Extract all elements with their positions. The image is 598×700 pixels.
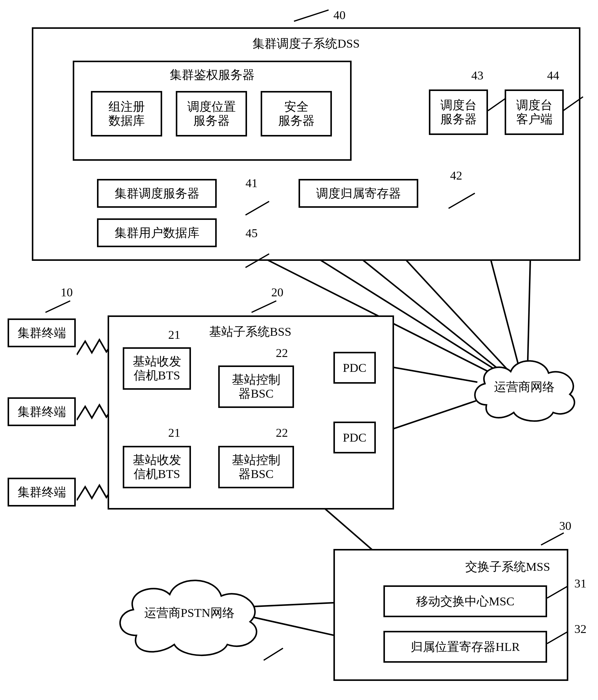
pstn-label: 运营商PSTN网络	[112, 569, 267, 657]
dispatch-home-register-label: 调度归属寄存器	[300, 180, 417, 206]
msc-box: 移动交换中心MSC	[383, 585, 547, 617]
mss-container: 交换子系统MSS 移动交换中心MSC 归属位置寄存器HLR	[333, 549, 568, 681]
cluster-dispatch-server-label: 集群调度服务器	[99, 180, 215, 206]
cluster-user-db: 集群用户数据库	[97, 218, 217, 247]
hlr-label: 归属位置寄存器HLR	[385, 632, 546, 661]
ref-31: 31	[574, 576, 587, 591]
dispatch-server-label: 调度台 服务器	[431, 91, 487, 133]
terminal-3-label: 集群终端	[9, 479, 74, 505]
security-server-label: 安全 服务器	[262, 93, 330, 135]
bsc-1: 基站控制 器BSC	[218, 366, 294, 408]
pdc-2: PDC	[333, 422, 376, 453]
bsc-1-label: 基站控制 器BSC	[220, 367, 292, 406]
terminal-1: 集群终端	[7, 319, 76, 347]
security-server: 安全 服务器	[261, 91, 332, 136]
diagram-canvas: 40 集群调度子系统DSS 集群鉴权服务器 组注册 数据库 调度位置 服务器 安…	[0, 0, 598, 700]
ref-21a: 21	[168, 328, 180, 342]
ref-21b: 21	[168, 426, 180, 440]
pdc-2-label: PDC	[335, 423, 374, 452]
group-reg-db-label: 组注册 数据库	[93, 93, 161, 135]
terminal-2: 集群终端	[7, 397, 76, 426]
dispatch-home-register: 调度归属寄存器	[298, 179, 418, 208]
operator-network-cloud: 运营商网络	[468, 350, 580, 423]
ref-10: 10	[61, 285, 73, 300]
ref-40: 40	[333, 8, 345, 22]
operator-network-label: 运营商网络	[468, 350, 580, 423]
bss-title: 基站子系统BSS	[209, 325, 291, 339]
mss-title: 交换子系统MSS	[465, 559, 550, 574]
bss-container: 基站子系统BSS 基站收发 信机BTS 21 基站控制 器BSC 22 PDC …	[108, 316, 394, 509]
dispatch-loc-server-label: 调度位置 服务器	[177, 93, 245, 135]
bsc-2: 基站控制 器BSC	[218, 446, 294, 488]
ref-30: 30	[559, 519, 571, 533]
ref-20: 20	[271, 285, 283, 300]
dispatch-loc-server: 调度位置 服务器	[176, 91, 247, 136]
ref-43: 43	[471, 68, 484, 83]
dss-title: 集群调度子系统DSS	[33, 36, 579, 51]
terminal-2-label: 集群终端	[9, 399, 74, 425]
bts-2: 基站收发 信机BTS	[123, 446, 191, 488]
pstn-cloud: 运营商PSTN网络	[112, 569, 267, 657]
bts-1-label: 基站收发 信机BTS	[124, 349, 189, 388]
ref-32: 32	[574, 622, 587, 636]
cluster-user-db-label: 集群用户数据库	[99, 220, 215, 246]
ref-44: 44	[547, 68, 559, 83]
bts-2-label: 基站收发 信机BTS	[124, 447, 189, 487]
dispatch-server-box: 调度台 服务器	[429, 90, 488, 135]
hlr-box: 归属位置寄存器HLR	[383, 631, 547, 663]
ref-22b: 22	[276, 426, 288, 440]
bsc-2-label: 基站控制 器BSC	[220, 447, 292, 487]
ref-41: 41	[245, 176, 258, 191]
dispatch-client-box: 调度台 客户端	[505, 90, 564, 135]
terminal-3: 集群终端	[7, 478, 76, 506]
ref-45: 45	[245, 226, 258, 241]
pdc-1-label: PDC	[335, 353, 374, 382]
cluster-dispatch-server: 集群调度服务器	[97, 179, 217, 208]
dss-container: 集群调度子系统DSS 集群鉴权服务器 组注册 数据库 调度位置 服务器 安全 服…	[32, 27, 580, 261]
msc-label: 移动交换中心MSC	[385, 587, 546, 616]
dispatch-client-label: 调度台 客户端	[506, 91, 562, 133]
group-reg-db: 组注册 数据库	[91, 91, 162, 136]
terminal-1-label: 集群终端	[9, 320, 74, 346]
auth-server-title: 集群鉴权服务器	[74, 68, 350, 82]
ref-22a: 22	[276, 346, 288, 360]
pdc-1: PDC	[333, 352, 376, 384]
ref-42: 42	[450, 168, 462, 183]
bts-1: 基站收发 信机BTS	[123, 347, 191, 390]
auth-server-container: 集群鉴权服务器 组注册 数据库 调度位置 服务器 安全 服务器	[73, 61, 352, 161]
